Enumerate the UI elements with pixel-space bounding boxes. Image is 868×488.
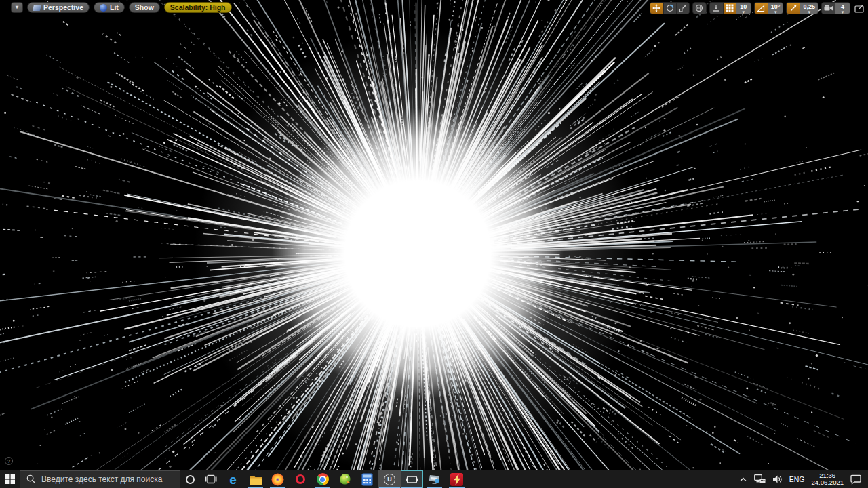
viewport-toolbar-left: ▾ Perspective Lit Show Scalability: High (11, 2, 232, 13)
search-icon (26, 474, 36, 484)
task-view-button[interactable] (200, 470, 222, 488)
opera-icon (296, 474, 305, 484)
rotate-icon (666, 4, 674, 12)
camera-speed-group: 4 ▾ (821, 2, 850, 14)
taskbar-app-unreal-engine[interactable]: U (378, 470, 401, 488)
unreal-engine-icon: U (384, 474, 395, 485)
rotation-snap-group: 10° ▾ (754, 2, 784, 14)
viewport-options-dropdown[interactable]: ▾ (11, 2, 23, 13)
scalability-button[interactable]: Scalability: High (164, 2, 232, 13)
scale-snap-value-dropdown[interactable]: 0,25 ▾ (800, 3, 818, 14)
tray-clock-button[interactable]: 21:36 24.06.2021 (808, 470, 847, 488)
action-center-button[interactable] (847, 470, 865, 488)
scale-tool-button[interactable] (676, 3, 689, 14)
scale-snap-group: 0,25 ▾ (786, 2, 818, 14)
tray-volume-button[interactable] (769, 470, 786, 488)
show-label: Show (135, 3, 154, 12)
windows-logo-icon (5, 474, 15, 484)
taskbar-app-firefox[interactable] (267, 470, 289, 488)
taskbar-app-edge[interactable]: e (222, 470, 244, 488)
scale-snap-value: 0,25 (803, 3, 815, 10)
taskbar-app-file-explorer[interactable] (244, 470, 267, 488)
rotation-snap-toggle[interactable] (755, 3, 768, 14)
scale-snap-toggle[interactable] (787, 3, 800, 14)
lit-sphere-icon (100, 4, 107, 12)
tray-hidden-icons-button[interactable] (736, 470, 751, 488)
tray-language-button[interactable]: ENG (786, 470, 808, 488)
file-explorer-icon (249, 474, 262, 485)
calculator-icon (361, 473, 373, 486)
task-view-icon (205, 474, 217, 485)
show-desktop-button[interactable] (865, 470, 868, 488)
grid-snap-group: 10 ▾ (709, 2, 751, 14)
search-input[interactable] (41, 474, 167, 484)
green-bird-app-icon (339, 473, 351, 485)
taskbar-app-red-lightning[interactable] (446, 470, 468, 488)
coordinate-system-group (692, 2, 707, 14)
taskbar-app-chrome[interactable] (311, 470, 334, 488)
red-lightning-app-icon (450, 473, 463, 486)
grid-snap-toggle[interactable] (723, 3, 736, 14)
move-tool-button[interactable] (650, 3, 663, 14)
perspective-button[interactable]: Perspective (27, 2, 90, 13)
scale-snap-arrow-icon (789, 4, 797, 12)
scalability-label: Scalability: High (170, 3, 226, 12)
chevron-down-icon: ▾ (808, 10, 810, 14)
show-button[interactable]: Show (129, 2, 160, 13)
help-icon: ? (7, 458, 10, 464)
globe-icon (695, 4, 703, 12)
chrome-icon (317, 473, 329, 485)
unreal-viewport[interactable]: ▾ Perspective Lit Show Scalability: High (0, 0, 868, 470)
scale-icon (679, 4, 687, 12)
tray-network-button[interactable] (751, 470, 769, 488)
screen-capture-icon (406, 474, 418, 485)
monitor-app-icon (428, 474, 441, 485)
taskbar-app-monitor[interactable] (423, 470, 446, 488)
taskbar-app-green-bird[interactable] (334, 470, 356, 488)
grid-snap-value-dropdown[interactable]: 10 ▾ (736, 3, 751, 14)
rotate-tool-button[interactable] (663, 3, 676, 14)
start-button[interactable] (0, 470, 20, 488)
taskbar-app-screen-capture[interactable] (401, 470, 423, 488)
lit-mode-button[interactable]: Lit (94, 2, 125, 13)
camera-speed-value: 4 (841, 3, 844, 10)
chevron-down-icon: ▾ (743, 10, 745, 14)
system-tray: ENG 21:36 24.06.2021 (736, 470, 868, 488)
camera-speed-button[interactable] (822, 3, 835, 14)
chevron-down-icon: ▾ (16, 5, 18, 10)
surface-snap-button[interactable] (710, 3, 723, 14)
tray-date: 24.06.2021 (811, 479, 844, 486)
restore-viewport-button[interactable] (853, 3, 865, 14)
taskbar-search[interactable] (20, 470, 180, 488)
surface-snap-icon (712, 4, 720, 12)
viewport-toolbar-right: 10 ▾ 10° ▾ (650, 2, 865, 14)
perspective-icon (33, 5, 41, 11)
taskbar-app-opera[interactable] (289, 470, 311, 488)
world-coordinate-button[interactable] (693, 3, 706, 14)
angle-icon (757, 4, 765, 12)
rotation-snap-value-dropdown[interactable]: 10° ▾ (768, 3, 783, 14)
action-center-icon (850, 474, 861, 485)
edge-icon: e (229, 473, 237, 486)
transform-tools-group (650, 2, 690, 14)
lit-label: Lit (110, 3, 119, 12)
firefox-icon (271, 473, 284, 486)
unreal-u-glyph: U (387, 476, 392, 483)
desktop-screen: ▾ Perspective Lit Show Scalability: High (0, 0, 868, 488)
particle-starburst-effect (0, 0, 868, 470)
camera-speed-value-dropdown[interactable]: 4 ▾ (835, 3, 850, 14)
move-icon (652, 4, 660, 12)
restore-viewport-icon (854, 4, 864, 13)
chevron-down-icon: ▾ (842, 10, 844, 14)
taskbar-app-calculator[interactable] (356, 470, 378, 488)
chevron-up-icon (739, 476, 747, 483)
perspective-label: Perspective (43, 3, 83, 12)
grid-icon (726, 4, 734, 12)
taskbar-empty-space (468, 470, 736, 488)
grid-snap-value: 10 (740, 3, 747, 10)
rotation-snap-value: 10° (771, 3, 781, 10)
help-button[interactable]: ? (5, 457, 13, 465)
windows-taskbar: e (0, 470, 868, 488)
cortana-icon (186, 475, 195, 484)
cortana-button[interactable] (180, 470, 200, 488)
